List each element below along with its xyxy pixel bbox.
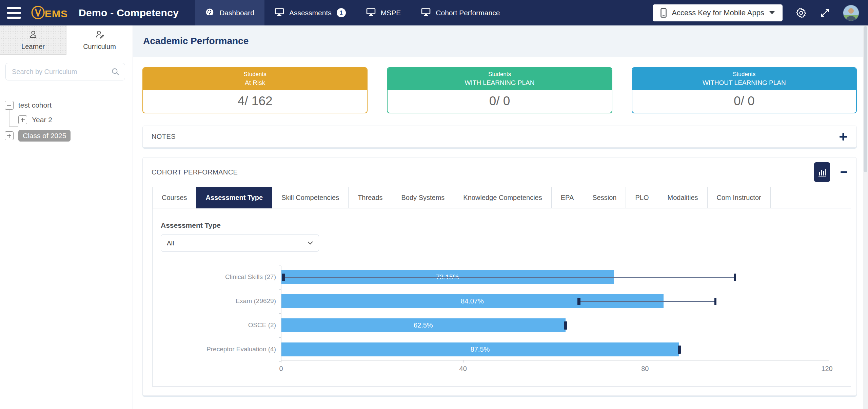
nav-tab-assessments[interactable]: Assessments1 xyxy=(264,0,356,25)
monitor-icon xyxy=(275,8,284,18)
category-label: Clinical Skills (27) xyxy=(163,273,276,281)
assessment-type-select-wrap: All xyxy=(161,235,319,252)
x-axis-tick xyxy=(281,360,281,362)
cohort-tab-modalities[interactable]: Modalities xyxy=(658,187,707,208)
y-axis-tick xyxy=(279,265,281,265)
nav-tab-label: MSPE xyxy=(381,9,401,17)
person-edit-icon xyxy=(95,30,104,41)
app-title: Demo - Competency xyxy=(79,7,179,19)
add-note-plus-icon[interactable] xyxy=(839,132,848,141)
nav-tab-label: Assessments xyxy=(289,9,332,17)
sidebar-tabs: LearnerCurriculum xyxy=(0,25,133,55)
bar-value-label: 87.5% xyxy=(281,342,679,356)
tree-item-year-2[interactable]: Year 2 xyxy=(32,116,52,124)
category-label: Exam (29629) xyxy=(163,297,276,305)
tree-collapse-icon[interactable] xyxy=(5,101,14,110)
nav-tab-label: Dashboard xyxy=(219,9,254,17)
page-header: Academic Performance xyxy=(133,25,868,57)
x-axis-tick xyxy=(463,360,463,362)
stat-card-without-learning-plan[interactable]: StudentsWITHOUT LEARNING PLAN0/ 0 xyxy=(632,67,857,113)
sidebar-tab-learner[interactable]: Learner xyxy=(0,25,66,55)
stat-card-with-learning-plan[interactable]: StudentsWITH LEARNING PLAN0/ 0 xyxy=(387,67,612,113)
card-line1: Students xyxy=(632,71,856,78)
x-axis-tick-label: 80 xyxy=(641,365,649,373)
nav-tab-dashboard[interactable]: Dashboard xyxy=(195,0,264,25)
stat-card-at-risk[interactable]: StudentsAt Risk4/ 162 xyxy=(142,67,368,113)
user-avatar[interactable] xyxy=(843,5,859,21)
access-key-button[interactable]: Access Key for Mobile Apps xyxy=(653,4,783,21)
cohort-tab-knowledge-competencies[interactable]: Knowledge Competencies xyxy=(454,187,551,208)
tree-item-test-cohort[interactable]: test cohort xyxy=(18,101,52,109)
fullscreen-expand-icon[interactable] xyxy=(820,8,830,18)
cohort-tab-epa[interactable]: EPA xyxy=(552,187,584,208)
stat-cards: StudentsAt Risk4/ 162StudentsWITH LEARNI… xyxy=(142,67,857,113)
chart-type-button[interactable] xyxy=(814,162,830,182)
cohort-tab-com-instructor[interactable]: Com Instructor xyxy=(708,187,771,208)
hamburger-menu-icon[interactable] xyxy=(7,7,21,19)
sidebar-tab-curriculum[interactable]: Curriculum xyxy=(66,25,133,55)
category-label: OSCE (2) xyxy=(163,321,276,329)
left-sidebar: LearnerCurriculum test cohortYear 2Class… xyxy=(0,25,133,409)
page-title: Academic Performance xyxy=(143,36,249,47)
x-axis-tick-label: 40 xyxy=(459,365,467,373)
assessment-type-select[interactable]: All xyxy=(161,235,319,252)
card-line2: WITHOUT LEARNING PLAN xyxy=(632,79,856,87)
gauge-icon xyxy=(205,7,214,18)
card-header: StudentsWITH LEARNING PLAN xyxy=(388,68,611,90)
settings-gear-icon[interactable] xyxy=(795,7,807,19)
cohort-tab-assessment-type[interactable]: Assessment Type xyxy=(196,187,272,208)
bar-osce-2-[interactable]: 62.5% xyxy=(281,318,566,332)
search-input[interactable] xyxy=(5,63,125,80)
card-value: 4/ 162 xyxy=(143,90,367,113)
x-axis-line xyxy=(281,360,829,360)
tree-row: Year 2 xyxy=(18,115,133,124)
scrollbar-thumb[interactable] xyxy=(864,26,867,172)
bar-chart-icon xyxy=(818,167,827,177)
cohort-body: CoursesAssessment TypeSkill Competencies… xyxy=(152,187,851,387)
cohort-tab-body-systems[interactable]: Body Systems xyxy=(392,187,454,208)
tree-connector-line xyxy=(9,110,18,127)
y-axis-tick xyxy=(279,337,281,338)
cohort-tabs: CoursesAssessment TypeSkill Competencies… xyxy=(152,187,851,208)
error-marker xyxy=(564,321,567,330)
main-content: Academic Performance StudentsAt Risk4/ 1… xyxy=(133,25,868,409)
curriculum-search xyxy=(5,63,125,80)
tree-expand-icon[interactable] xyxy=(18,115,27,124)
error-bar-line xyxy=(283,277,735,278)
curriculum-tree: test cohortYear 2Class of 2025 xyxy=(5,101,133,142)
tree-expand-icon[interactable] xyxy=(5,131,14,140)
cohort-tab-session[interactable]: Session xyxy=(583,187,626,208)
nav-tab-cohort-performance[interactable]: Cohort Performance xyxy=(411,0,510,25)
bar-preceptor-evaluation-4-[interactable]: 87.5% xyxy=(281,342,679,356)
tree-item-class-of-2025[interactable]: Class of 2025 xyxy=(18,130,71,142)
error-bar-cap xyxy=(714,298,716,305)
y-axis-tick xyxy=(279,313,281,314)
minus-icon xyxy=(840,171,848,173)
page-scrollbar xyxy=(863,25,868,409)
cohort-controls xyxy=(814,162,848,182)
tree-row: test cohort xyxy=(5,101,133,110)
error-bar-cap xyxy=(734,274,736,281)
sidebar-tab-label: Curriculum xyxy=(83,43,116,51)
error-bar-line xyxy=(579,301,716,302)
card-header: StudentsWITHOUT LEARNING PLAN xyxy=(632,68,856,90)
cohort-panel-header: COHORT PERFORMANCE xyxy=(143,157,856,187)
notes-panel: NOTES xyxy=(142,126,857,148)
search-icon xyxy=(111,67,120,76)
nav-tab-mspe[interactable]: MSPE xyxy=(356,0,411,25)
cohort-tab-courses[interactable]: Courses xyxy=(152,187,196,208)
cohort-performance-panel: COHORT PERFORMANCE CoursesAssessment Typ… xyxy=(142,157,857,396)
assessment-type-label: Assessment Type xyxy=(161,221,851,229)
assessments-badge: 1 xyxy=(337,8,346,17)
top-navbar: ⓋEMS Demo - Competency DashboardAssessme… xyxy=(0,0,868,25)
cohort-tab-skill-competencies[interactable]: Skill Competencies xyxy=(272,187,349,208)
dems-logo[interactable]: ⓋEMS xyxy=(31,6,68,20)
navbar-right: Access Key for Mobile Apps xyxy=(653,4,859,21)
cohort-tab-threads[interactable]: Threads xyxy=(349,187,392,208)
collapse-panel-button[interactable] xyxy=(840,171,848,173)
card-header: StudentsAt Risk xyxy=(143,68,367,90)
y-axis-tick xyxy=(279,361,281,362)
card-line2: WITH LEARNING PLAN xyxy=(388,79,611,87)
bar-value-label: 62.5% xyxy=(281,318,566,332)
cohort-tab-plo[interactable]: PLO xyxy=(626,187,658,208)
